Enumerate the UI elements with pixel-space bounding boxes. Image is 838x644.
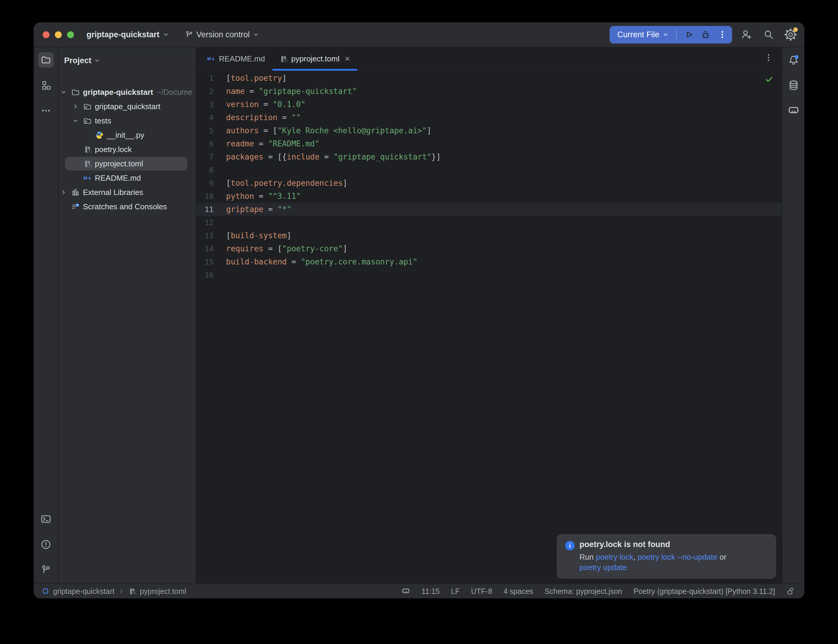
tab-pyproject-toml[interactable]: [T] pyproject.toml ✕ — [272, 48, 357, 71]
interpreter-widget[interactable]: Poetry (griptape-quickstart) [Python 3.1… — [633, 587, 775, 596]
code-line-10: 10python = "^3.11" — [196, 190, 782, 203]
project-tool-window: Project griptape-quickstart~/Documegript… — [59, 48, 196, 583]
line-number: 14 — [196, 245, 214, 253]
chevron-right-icon[interactable] — [60, 189, 67, 196]
run-configuration-widget[interactable]: Current File — [610, 26, 732, 44]
tree-item-griptape-quickstart[interactable]: griptape_quickstart — [59, 99, 196, 113]
run-config-label: Current File — [617, 30, 659, 39]
tree-item-readme-md[interactable]: MREADME.md — [59, 171, 196, 185]
project-switcher-label: griptape-quickstart — [87, 30, 159, 39]
line-separator-widget[interactable]: LF — [451, 587, 460, 596]
project-panel-header[interactable]: Project — [59, 48, 196, 74]
run-button[interactable] — [682, 28, 696, 41]
close-tab-icon[interactable]: ✕ — [345, 55, 350, 63]
project-tool-window-button[interactable] — [38, 52, 54, 68]
code-with-me-button[interactable] — [739, 27, 754, 42]
markdown-icon: M — [83, 174, 92, 182]
poetry-update-link[interactable]: poetry update — [580, 563, 627, 572]
tree-item-external-libraries[interactable]: External Libraries — [59, 185, 196, 199]
project-panel-title: Project — [64, 56, 92, 65]
close-window-button[interactable] — [43, 31, 49, 38]
right-tool-stripe — [782, 48, 804, 583]
toml-file-icon: [T] — [128, 587, 136, 595]
line-content: packages = [{include = "griptape_quickst… — [214, 152, 441, 161]
line-number: 1 — [196, 74, 214, 82]
structure-tool-window-button[interactable] — [38, 77, 54, 93]
breadcrumb-project[interactable]: griptape-quickstart — [53, 587, 115, 596]
version-control-tool-window-button[interactable] — [38, 562, 54, 578]
line-number: 13 — [196, 232, 214, 240]
tab-options-kebab-icon[interactable] — [762, 52, 774, 64]
line-content: [tool.poetry] — [214, 74, 287, 82]
more-run-options-button[interactable] — [715, 28, 729, 41]
folder-icon — [71, 88, 80, 96]
unlocked-padlock-icon[interactable] — [786, 587, 795, 596]
line-number: 2 — [196, 87, 214, 96]
chevron-down-icon[interactable] — [60, 89, 67, 95]
schema-widget[interactable]: Schema: pyproject.json — [545, 587, 622, 596]
code-line-11: 11griptape = "*" — [196, 203, 782, 216]
line-content: [tool.poetry.dependencies] — [214, 179, 347, 187]
problems-tool-window-button[interactable] — [38, 537, 54, 552]
tab-label: pyproject.toml — [291, 54, 340, 64]
line-number: 10 — [196, 192, 214, 200]
settings-gear-icon[interactable] — [783, 27, 799, 42]
markdown-icon: M — [207, 55, 215, 63]
line-content: readme = "README.md" — [214, 139, 319, 148]
more-tool-windows-button[interactable] — [38, 103, 54, 118]
editor-tab-bar: M README.md [T] pyproject.toml — [196, 48, 782, 71]
code-line-12: 12 — [196, 216, 782, 229]
copilot-icon[interactable] — [786, 103, 801, 118]
status-bar-widgets: 11:15 LF UTF-8 4 spaces Schema: pyprojec… — [401, 587, 795, 596]
tree-item-pyproject-toml[interactable]: [T]pyproject.toml — [59, 156, 196, 171]
chevron-down-icon[interactable] — [72, 117, 79, 124]
code-line-14: 14requires = ["poetry-core"] — [196, 242, 782, 255]
clock-widget[interactable]: 11:15 — [422, 587, 440, 596]
tree-item-tests[interactable]: tests — [59, 113, 196, 128]
line-number: 8 — [196, 166, 214, 174]
database-tool-window-button[interactable] — [786, 77, 801, 93]
tree-item-griptape-quickstart[interactable]: griptape-quickstart~/Docume — [59, 85, 196, 99]
line-content: requires = ["poetry-core"] — [214, 244, 347, 253]
code-line-2: 2name = "griptape-quickstart" — [196, 85, 782, 98]
ide-window: griptape-quickstart Version control — [34, 22, 804, 598]
svg-text:[T]: [T] — [87, 150, 92, 153]
notification-text: , — [633, 552, 638, 562]
line-number: 16 — [196, 271, 214, 279]
notification-text: or — [717, 552, 726, 562]
screenshot-root: griptape-quickstart Version control — [0, 0, 838, 644]
notification-balloon: i poetry.lock is not found Run poetry lo… — [557, 534, 776, 579]
zoom-window-button[interactable] — [67, 31, 74, 38]
chevron-right-icon — [118, 588, 124, 594]
encoding-widget[interactable]: UTF-8 — [471, 587, 492, 596]
line-content: version = "0.1.0" — [214, 100, 306, 109]
terminal-tool-window-button[interactable] — [38, 511, 54, 527]
tree-item--init-py[interactable]: __init__.py — [59, 128, 196, 142]
breadcrumb-file[interactable]: pyproject.toml — [140, 587, 186, 596]
line-content: [build-system] — [214, 231, 291, 240]
divider — [676, 30, 677, 39]
project-switcher[interactable]: griptape-quickstart — [83, 28, 173, 42]
code-line-8: 8 — [196, 163, 782, 176]
tree-item-scratches-and-consoles[interactable]: Scratches and Consoles — [59, 199, 196, 214]
poetry-lock-link[interactable]: poetry lock — [596, 552, 633, 562]
settings-update-badge — [793, 28, 798, 32]
copilot-status-icon[interactable] — [401, 587, 410, 596]
vcs-widget[interactable]: Version control — [181, 28, 263, 42]
poetry-lock-no-update-link[interactable]: poetry lock --no-update — [638, 552, 717, 562]
search-everywhere-button[interactable] — [761, 27, 776, 42]
tree-item-poetry-lock[interactable]: [T]poetry.lock — [59, 142, 196, 156]
editor-column: M README.md [T] pyproject.toml — [196, 48, 782, 583]
main-area: Project griptape-quickstart~/Documegript… — [34, 48, 804, 583]
code-editor[interactable]: 1[tool.poetry]2name = "griptape-quicksta… — [196, 71, 782, 583]
indent-widget[interactable]: 4 spaces — [503, 587, 533, 596]
notifications-bell-icon[interactable] — [786, 52, 801, 68]
debug-button[interactable] — [699, 28, 712, 41]
minimize-window-button[interactable] — [55, 31, 62, 38]
tab-readme[interactable]: M README.md — [200, 48, 272, 71]
line-number: 9 — [196, 179, 214, 187]
chevron-right-icon[interactable] — [72, 103, 79, 110]
inspection-ok-check-icon[interactable] — [765, 75, 774, 84]
scratches-icon — [71, 202, 80, 211]
breadcrumbs: griptape-quickstart [T] pyproject.toml — [42, 587, 186, 596]
